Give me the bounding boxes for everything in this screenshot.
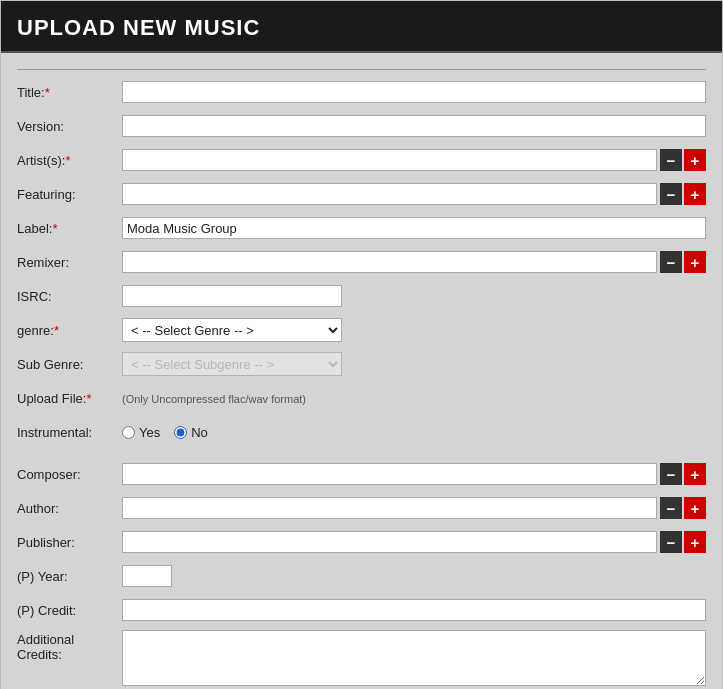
- instrumental-yes-radio[interactable]: [122, 426, 135, 439]
- instrumental-yes-label[interactable]: Yes: [122, 425, 160, 440]
- version-label: Version:: [17, 119, 122, 134]
- composer-row: Composer: − +: [17, 460, 706, 488]
- genre-row: genre:* < -- Select Genre -- >: [17, 316, 706, 344]
- artists-input-group: − +: [122, 149, 706, 171]
- featuring-input[interactable]: [122, 183, 657, 205]
- composer-input-group: − +: [122, 463, 706, 485]
- label-label: Label:*: [17, 221, 122, 236]
- featuring-plus-button[interactable]: +: [684, 183, 706, 205]
- genre-select[interactable]: < -- Select Genre -- >: [122, 318, 342, 342]
- p-year-label: (P) Year:: [17, 569, 122, 584]
- subgenre-label: Sub Genre:: [17, 357, 122, 372]
- page-header: UPLOAD NEW MUSIC: [1, 1, 722, 53]
- author-minus-button[interactable]: −: [660, 497, 682, 519]
- page-title: UPLOAD NEW MUSIC: [17, 15, 706, 41]
- author-input[interactable]: [122, 497, 657, 519]
- p-credit-label: (P) Credit:: [17, 603, 122, 618]
- remixer-minus-button[interactable]: −: [660, 251, 682, 273]
- instrumental-no-text: No: [191, 425, 208, 440]
- label-input[interactable]: [122, 217, 706, 239]
- composer-label: Composer:: [17, 467, 122, 482]
- author-plus-button[interactable]: +: [684, 497, 706, 519]
- instrumental-label: Instrumental:: [17, 425, 122, 440]
- p-credit-input[interactable]: [122, 599, 706, 621]
- publisher-minus-button[interactable]: −: [660, 531, 682, 553]
- artists-row: Artist(s):* − +: [17, 146, 706, 174]
- author-label: Author:: [17, 501, 122, 516]
- artists-label: Artist(s):*: [17, 153, 122, 168]
- upload-label: Upload File:*: [17, 391, 122, 406]
- featuring-label: Featuring:: [17, 187, 122, 202]
- author-input-group: − +: [122, 497, 706, 519]
- subgenre-row: Sub Genre: < -- Select Subgenre -- >: [17, 350, 706, 378]
- featuring-minus-button[interactable]: −: [660, 183, 682, 205]
- featuring-input-group: − +: [122, 183, 706, 205]
- remixer-input-group: − +: [122, 251, 706, 273]
- instrumental-row: Instrumental: Yes No: [17, 418, 706, 446]
- additional-credits-label: Additional Credits:: [17, 630, 122, 662]
- artists-input[interactable]: [122, 149, 657, 171]
- publisher-row: Publisher: − +: [17, 528, 706, 556]
- title-input[interactable]: [122, 81, 706, 103]
- instrumental-radio-group: Yes No: [122, 425, 208, 440]
- isrc-row: ISRC:: [17, 282, 706, 310]
- title-row: Title:*: [17, 78, 706, 106]
- p-year-input[interactable]: [122, 565, 172, 587]
- remixer-row: Remixer: − +: [17, 248, 706, 276]
- version-input[interactable]: [122, 115, 706, 137]
- additional-credits-textarea[interactable]: [122, 630, 706, 686]
- p-year-row: (P) Year:: [17, 562, 706, 590]
- title-label: Title:*: [17, 85, 122, 100]
- isrc-label: ISRC:: [17, 289, 122, 304]
- publisher-label: Publisher:: [17, 535, 122, 550]
- form-body: Title:* Version: Artist(s):* − + Featuri…: [1, 53, 722, 689]
- remixer-plus-button[interactable]: +: [684, 251, 706, 273]
- upload-hint: (Only Uncompressed flac/wav format): [122, 393, 306, 405]
- artists-minus-button[interactable]: −: [660, 149, 682, 171]
- author-row: Author: − +: [17, 494, 706, 522]
- p-credit-row: (P) Credit:: [17, 596, 706, 624]
- additional-credits-row: Additional Credits:: [17, 630, 706, 686]
- artists-plus-button[interactable]: +: [684, 149, 706, 171]
- instrumental-no-radio[interactable]: [174, 426, 187, 439]
- remixer-input[interactable]: [122, 251, 657, 273]
- composer-minus-button[interactable]: −: [660, 463, 682, 485]
- publisher-plus-button[interactable]: +: [684, 531, 706, 553]
- remixer-label: Remixer:: [17, 255, 122, 270]
- publisher-input-group: − +: [122, 531, 706, 553]
- featuring-row: Featuring: − +: [17, 180, 706, 208]
- composer-input[interactable]: [122, 463, 657, 485]
- version-row: Version:: [17, 112, 706, 140]
- instrumental-yes-text: Yes: [139, 425, 160, 440]
- instrumental-no-label[interactable]: No: [174, 425, 208, 440]
- upload-row: Upload File:* (Only Uncompressed flac/wa…: [17, 384, 706, 412]
- publisher-input[interactable]: [122, 531, 657, 553]
- label-row: Label:*: [17, 214, 706, 242]
- composer-plus-button[interactable]: +: [684, 463, 706, 485]
- upload-music-page: UPLOAD NEW MUSIC Title:* Version: Artist…: [0, 0, 723, 689]
- isrc-input[interactable]: [122, 285, 342, 307]
- subgenre-select[interactable]: < -- Select Subgenre -- >: [122, 352, 342, 376]
- genre-label: genre:*: [17, 323, 122, 338]
